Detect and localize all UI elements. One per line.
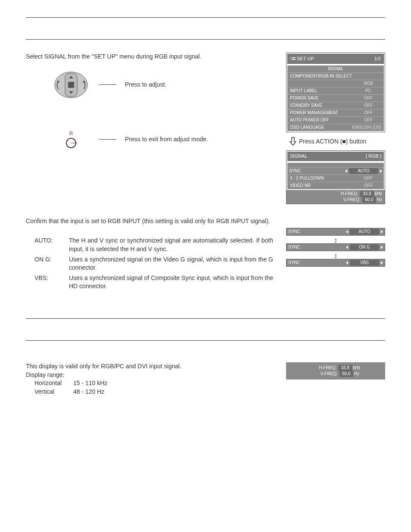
press-adjust-label: Press to adjust.	[125, 81, 167, 89]
range-vertical: Vertical 48 - 120 Hz	[34, 388, 273, 396]
svg-rect-2	[68, 82, 74, 88]
display-range-label: Display range:	[26, 371, 273, 380]
def-auto: AUTO: The H and V sync or synchronized s…	[34, 236, 273, 253]
svg-rect-11	[290, 59, 291, 60]
def-ong: ON G: Uses a synchronized signal on the …	[34, 255, 273, 272]
setup-signal-heading: SIGNAL	[287, 65, 384, 72]
range-horizontal: Horizontal 15 - 110 kHz	[34, 379, 273, 388]
def-vbs: VBS: Uses a synchronized signal of Compo…	[34, 274, 273, 291]
r-button-icon: R	[52, 130, 90, 149]
press-exit-label: Press to exit from adjust mode.	[125, 135, 208, 144]
svg-rect-12	[292, 59, 296, 60]
signal-menu-mode: [ RGB ]	[366, 153, 381, 159]
freq-note-text: This display is valid only for RGB/PC an…	[26, 362, 273, 371]
freq-display-osd: H-FREQ.33.8kHz V-FREQ.60.0Hz	[286, 362, 385, 380]
svg-rect-9	[290, 57, 291, 58]
setup-menu-title: SET UP	[290, 56, 314, 62]
nav-pad-icon	[52, 70, 90, 100]
setup-menu-osd: SET UP 1/2 SIGNAL COMPONENT/RGB-IN SELEC…	[286, 53, 385, 132]
action-hint: Press ACTION (■) button	[290, 137, 385, 146]
confirm-text: Confirm that the input is set to RGB INP…	[26, 217, 385, 226]
down-arrow-icon	[290, 137, 296, 146]
updown-arrow-icon: ↕	[286, 237, 385, 243]
intro-text: Select SIGNAL from the "SET UP" menu dur…	[26, 53, 273, 61]
svg-rect-10	[292, 57, 296, 58]
updown-arrow-icon: ↕	[286, 253, 385, 259]
sync-options-stack: SYNC AUTO ↕ SYNC ON G ↕ SYNC VBS	[286, 228, 385, 292]
signal-menu-osd: SIGNAL [ RGB ] SYNC AUTO 3 : 2 PULLDOWNO…	[286, 150, 385, 204]
signal-menu-title: SIGNAL	[290, 153, 307, 159]
setup-menu-page: 1/2	[374, 56, 381, 62]
